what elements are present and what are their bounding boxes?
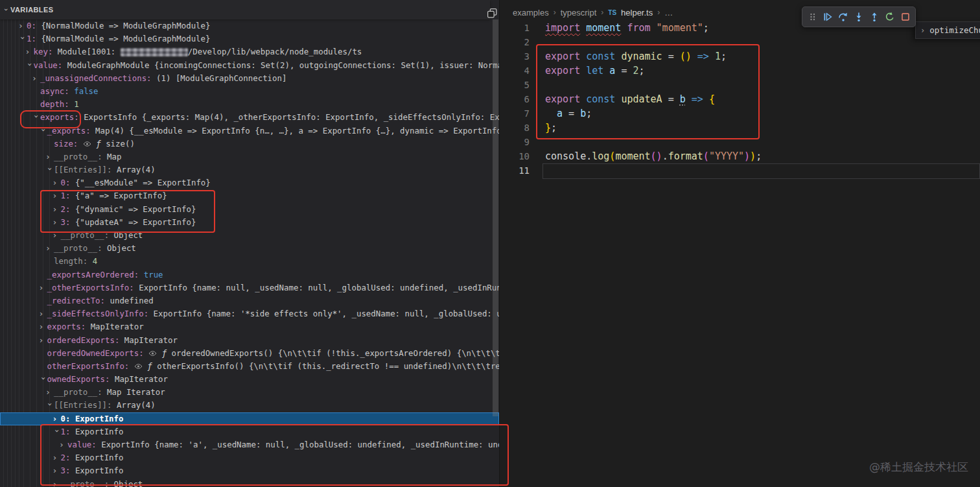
chevron-down-icon[interactable]: › — [23, 62, 36, 70]
line-number[interactable]: 11 — [500, 163, 530, 178]
chevron-down-icon[interactable]: › — [16, 36, 29, 44]
chevron-right-icon[interactable]: › — [39, 281, 47, 294]
variable-row[interactable]: ›exports: MapIterator — [0, 320, 499, 333]
chevron-down-icon[interactable]: › — [43, 402, 56, 410]
code-line[interactable]: 3export const dynamic = () => 1; — [500, 49, 980, 64]
sticky-call-widget[interactable]: › optimizeChun — [915, 21, 980, 39]
variable-row[interactable]: ›_unassignedConnections: (1) [ModuleGrap… — [0, 72, 499, 85]
variable-row[interactable]: ›1: {NormalModule => ModuleGraphModule} — [0, 32, 499, 45]
variable-row[interactable]: ›value: ModuleGraphModule {incomingConne… — [0, 59, 499, 72]
chevron-right-icon[interactable]: › — [52, 464, 61, 477]
code-line[interactable]: 11 — [500, 163, 980, 178]
line-number[interactable]: 4 — [500, 64, 530, 78]
chevron-right-icon[interactable]: › — [52, 203, 61, 216]
code-line-text[interactable]: export const updateA = b => { — [545, 92, 715, 106]
line-number[interactable]: 1 — [500, 21, 530, 35]
chevron-right-icon[interactable]: › — [59, 438, 67, 451]
line-number[interactable]: 10 — [500, 149, 530, 163]
variable-row[interactable]: ›3: ExportInfo — [0, 464, 499, 477]
variable-row[interactable]: ›3: {"updateA" => ExportInfo} — [0, 216, 499, 229]
variable-row[interactable]: ›2: ExportInfo — [0, 451, 499, 464]
code-line-text[interactable]: }; — [545, 121, 557, 135]
debug-stop-button[interactable] — [898, 9, 913, 25]
line-number[interactable]: 8 — [500, 121, 530, 135]
chevron-right-icon[interactable]: › — [52, 478, 61, 487]
variable-row[interactable]: ›ownedExports: MapIterator — [0, 373, 499, 386]
variable-row[interactable]: ›_sideEffectsOnlyInfo: ExportInfo {name:… — [0, 307, 499, 320]
debug-restart-button[interactable] — [883, 9, 897, 25]
variable-row[interactable]: ›orderedExports: MapIterator — [0, 334, 499, 347]
chevron-right-icon[interactable]: › — [52, 229, 61, 242]
chevron-right-icon[interactable]: › — [52, 451, 61, 464]
code-line[interactable]: 5 — [500, 78, 980, 92]
breadcrumb-item-filename[interactable]: helper.ts — [621, 8, 653, 18]
variable-row[interactable]: ›value: ExportInfo {name: 'a', _usedName… — [0, 438, 499, 451]
variables-panel-header[interactable]: › VARIABLES — [0, 0, 490, 19]
variable-row[interactable]: async: false — [0, 85, 499, 98]
chevron-right-icon[interactable]: › — [52, 176, 61, 189]
line-number[interactable]: 2 — [500, 35, 530, 49]
variable-row[interactable]: ›_otherExportsInfo: ExportInfo {name: nu… — [0, 281, 499, 294]
debug-step-over-button[interactable] — [836, 9, 850, 25]
debug-toolbar-drag-handle[interactable] — [805, 9, 819, 25]
chevron-down-icon[interactable]: › — [36, 127, 49, 136]
code-line[interactable]: 8}; — [500, 121, 980, 135]
variable-row[interactable]: depth: 1 — [0, 98, 499, 111]
code-line[interactable]: 2 — [500, 35, 980, 49]
variable-row[interactable]: ›1: {"a" => ExportInfo} — [0, 189, 499, 202]
chevron-down-icon[interactable]: › — [43, 167, 56, 175]
variable-row[interactable]: ›__proto__: Object — [0, 478, 499, 487]
chevron-right-icon[interactable]: › — [45, 386, 54, 399]
code-line-text[interactable]: import moment from "moment"; — [545, 21, 709, 35]
chevron-right-icon[interactable]: › — [45, 150, 54, 163]
chevron-right-icon[interactable]: › — [52, 216, 61, 229]
variable-row[interactable]: ›2: {"dynamic" => ExportInfo} — [0, 203, 499, 216]
variable-row[interactable]: ›0: {"__esModule" => ExportInfo} — [0, 176, 499, 189]
chevron-down-icon[interactable]: › — [29, 114, 42, 123]
variable-row[interactable]: ›[[Entries]]: Array(4) — [0, 399, 499, 412]
variable-row[interactable]: ›__proto__: Object — [0, 229, 499, 242]
line-number[interactable]: 5 — [500, 78, 530, 92]
line-number[interactable]: 3 — [500, 49, 530, 64]
chevron-right-icon[interactable]: › — [39, 334, 47, 347]
chevron-right-icon[interactable]: › — [32, 72, 40, 85]
code-line[interactable]: 6export const updateA = b => { — [500, 92, 980, 106]
breadcrumb-item-typescript[interactable]: typescript — [561, 8, 597, 18]
code-line-text[interactable]: a = b; — [545, 106, 592, 121]
code-line-text[interactable]: export let a = 2; — [545, 64, 645, 78]
variable-row[interactable]: size: ƒ size() — [0, 137, 499, 150]
code-line[interactable]: 7 a = b; — [500, 106, 980, 121]
variable-row[interactable]: length: 4 — [0, 255, 499, 268]
code-line-text[interactable]: export const dynamic = () => 1; — [545, 49, 727, 64]
variable-row[interactable]: ›__proto__: Map — [0, 150, 499, 163]
chevron-down-icon[interactable]: › — [50, 428, 63, 436]
copy-icon[interactable] — [487, 8, 498, 21]
line-number[interactable]: 9 — [500, 135, 530, 149]
line-number[interactable]: 6 — [500, 92, 530, 106]
chevron-right-icon[interactable]: › — [52, 412, 61, 425]
chevron-right-icon[interactable]: › — [25, 45, 34, 58]
chevron-right-icon[interactable]: › — [39, 307, 47, 320]
breadcrumb-item-more[interactable]: … — [664, 8, 673, 18]
debug-continue-button[interactable] — [821, 9, 835, 25]
code-line[interactable]: 10console.log(moment().format("YYYY")); — [500, 149, 980, 163]
line-number[interactable]: 7 — [500, 106, 530, 121]
chevron-down-icon[interactable]: › — [36, 376, 49, 385]
code-line-text[interactable]: console.log(moment().format("YYYY")); — [545, 149, 762, 163]
debug-step-out-button[interactable] — [867, 9, 881, 25]
breadcrumb-item-examples[interactable]: examples — [513, 8, 549, 18]
variable-row[interactable]: ›key: Module[1001: /Develop/lib/webpack/… — [0, 45, 499, 58]
variable-row[interactable]: otherExportsInfo: ƒ otherExportsInfo() {… — [0, 360, 499, 373]
variable-row[interactable]: _exportsAreOrdered: true — [0, 268, 499, 281]
variables-scrollbar[interactable] — [493, 19, 498, 416]
variable-row[interactable]: _redirectTo: undefined — [0, 294, 499, 307]
variable-row[interactable]: ›_exports: Map(4) {__esModule => ExportI… — [0, 125, 499, 137]
variable-row[interactable]: ›0: {NormalModule => ModuleGraphModule} — [0, 19, 499, 32]
variable-row[interactable]: ›__proto__: Object — [0, 242, 499, 255]
variable-row[interactable]: ›__proto__: Map Iterator — [0, 386, 499, 399]
code-line[interactable]: 9 — [500, 135, 980, 149]
variable-row[interactable]: orderedOwnedExports: ƒ orderedOwnedExpor… — [0, 347, 499, 360]
variable-row[interactable]: ›exports: ExportsInfo {_exports: Map(4),… — [0, 111, 499, 124]
chevron-right-icon[interactable]: › — [18, 19, 27, 32]
code-line[interactable]: 4export let a = 2; — [500, 64, 980, 78]
